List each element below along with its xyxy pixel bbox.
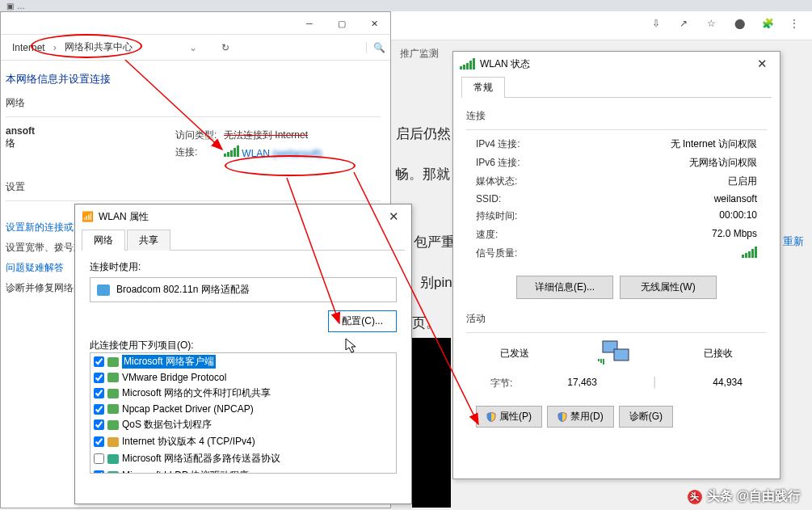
svg-rect-2 <box>598 359 600 361</box>
search-icon[interactable]: 🔍 <box>366 42 384 53</box>
item-label: Microsoft 网络客户端 <box>122 355 216 369</box>
extensions-icon[interactable]: 🧩 <box>762 18 776 32</box>
protocol-icon <box>107 357 119 367</box>
wlan-properties-dialog: 📶 WLAN 属性 ✕ 网络 共享 连接时使用: Broadcom 802.11… <box>74 204 412 504</box>
bg-dark-block <box>412 338 451 508</box>
item-label: Microsoft LLDP 协议驱动程序 <box>122 469 249 474</box>
sent-label: 已发送 <box>500 347 529 360</box>
ipv6-label: IPv6 连接: <box>476 156 520 170</box>
chevron-down-icon[interactable]: ⌄ <box>189 42 197 53</box>
tab-network[interactable]: 网络 <box>82 230 125 251</box>
bg-toolbar-text: 推广监测 <box>400 47 439 61</box>
section-settings: 设置 <box>6 180 381 194</box>
protocol-icon <box>107 471 119 474</box>
configure-button[interactable]: 配置(C)... <box>328 310 397 332</box>
protocol-icon <box>107 404 119 414</box>
list-item[interactable]: VMware Bridge Protocol <box>90 370 396 385</box>
protocol-icon <box>107 389 119 398</box>
item-checkbox[interactable] <box>94 453 104 464</box>
tab-general[interactable]: 常规 <box>461 77 505 98</box>
adapter-name: Broadcom 802.11n 网络适配器 <box>116 283 250 297</box>
list-item[interactable]: Microsoft 网络适配器多路传送器协议 <box>90 450 396 467</box>
list-item[interactable]: Microsoft 网络客户端 <box>90 353 396 370</box>
properties-button[interactable]: 属性(P) <box>476 406 542 428</box>
dialog-title: WLAN 属性 <box>99 210 382 224</box>
item-checkbox[interactable] <box>94 404 104 415</box>
items-label: 此连接使用下列项目(O): <box>90 339 397 352</box>
protocol-icon <box>107 454 119 464</box>
signal-icon <box>224 145 239 157</box>
bg-text: 页。 <box>412 314 440 332</box>
svg-rect-1 <box>614 349 629 360</box>
share-icon[interactable]: ↗ <box>679 18 694 32</box>
dialog-title: WLAN 状态 <box>480 57 751 71</box>
connection-label: 连接: <box>175 145 224 159</box>
install-icon[interactable]: ⇩ <box>652 18 667 32</box>
item-checkbox[interactable] <box>94 470 104 474</box>
diagnose-button[interactable]: 诊断(G) <box>619 406 673 428</box>
network-icon: 📶 <box>82 211 94 222</box>
bytes-label: 字节: <box>490 377 512 390</box>
breadcrumb-network-center[interactable]: 网络和共享中心 <box>60 39 137 56</box>
refresh-icon[interactable]: ↻ <box>216 42 235 53</box>
dialog-titlebar: 📶 WLAN 属性 ✕ <box>75 204 411 229</box>
item-checkbox[interactable] <box>94 436 104 447</box>
ssid-label: SSID: <box>476 193 501 204</box>
wlan-status-dialog: WLAN 状态 ✕ 常规 连接 IPv4 连接:无 Internet 访问权限 … <box>452 51 780 479</box>
page-title: 本网络信息并设置连接 <box>6 72 381 86</box>
media-value: 已启用 <box>728 175 757 188</box>
item-checkbox[interactable] <box>94 419 104 430</box>
window-titlebar: ─ ▢ ✕ <box>1 12 390 35</box>
ipv4-value: 无 Internet 访问权限 <box>671 137 757 151</box>
maximize-button[interactable]: ▢ <box>326 12 358 35</box>
ipv4-label: IPv4 连接: <box>476 137 520 151</box>
network-type: 络 <box>6 137 175 150</box>
section-networks: 网络 <box>6 96 381 110</box>
protocol-icon <box>107 420 119 430</box>
group-connection: 连接 <box>466 109 767 123</box>
recv-label: 已接收 <box>704 347 733 360</box>
minimize-button[interactable]: ─ <box>293 12 326 35</box>
close-button[interactable]: ✕ <box>358 12 390 35</box>
list-item[interactable]: Microsoft 网络的文件和打印机共享 <box>90 385 396 402</box>
list-item[interactable]: Npcap Packet Driver (NPCAP) <box>90 402 396 416</box>
protocol-icon <box>107 373 119 382</box>
breadcrumb-internet[interactable]: Internet <box>7 40 50 55</box>
bytes-recv-value: 44,934 <box>713 377 743 390</box>
access-type-value: 无法连接到 Internet <box>224 129 308 142</box>
close-button[interactable]: ✕ <box>382 209 405 224</box>
items-listbox[interactable]: Microsoft 网络客户端VMware Bridge ProtocolMic… <box>90 352 397 474</box>
list-item[interactable]: Microsoft LLDP 协议驱动程序 <box>90 467 396 474</box>
list-item[interactable]: QoS 数据包计划程序 <box>90 416 396 433</box>
adapter-icon <box>97 285 110 296</box>
network-name: ansoft <box>6 125 35 137</box>
menu-icon[interactable]: ⋮ <box>789 18 804 32</box>
item-label: Microsoft 网络的文件和打印机共享 <box>122 386 271 400</box>
tab-sharing[interactable]: 共享 <box>127 230 170 251</box>
chevron-icon: › <box>53 42 57 53</box>
account-icon[interactable]: ⬤ <box>734 18 749 32</box>
close-button[interactable]: ✕ <box>751 57 773 71</box>
activity-icon <box>596 338 637 369</box>
item-label: Npcap Packet Driver (NPCAP) <box>122 403 254 415</box>
list-item[interactable]: Internet 协议版本 4 (TCP/IPv4) <box>90 433 396 450</box>
duration-label: 持续时间: <box>476 209 517 223</box>
connection-wlan-link[interactable]: WLAN (weilansoft) <box>242 148 322 159</box>
item-checkbox[interactable] <box>94 356 104 367</box>
tab-fragment[interactable]: ▣ … <box>6 2 25 11</box>
bg-text: 启后仍然 <box>396 124 451 143</box>
refresh-link[interactable]: 重新 <box>783 234 804 249</box>
ipv6-value: 无网络访问权限 <box>689 156 757 170</box>
item-checkbox[interactable] <box>94 373 104 383</box>
protocol-icon <box>107 437 119 447</box>
star-icon[interactable]: ☆ <box>707 18 722 32</box>
media-label: 媒体状态: <box>476 175 517 188</box>
item-checkbox[interactable] <box>94 388 104 398</box>
connect-using-label: 连接时使用: <box>90 260 397 274</box>
watermark-icon: 头 <box>688 490 702 504</box>
disable-button[interactable]: 禁用(D) <box>547 406 614 428</box>
wireless-properties-button[interactable]: 无线属性(W) <box>620 276 717 299</box>
details-button[interactable]: 详细信息(E)... <box>516 276 613 299</box>
group-activity: 活动 <box>466 312 767 326</box>
divider <box>6 116 381 117</box>
